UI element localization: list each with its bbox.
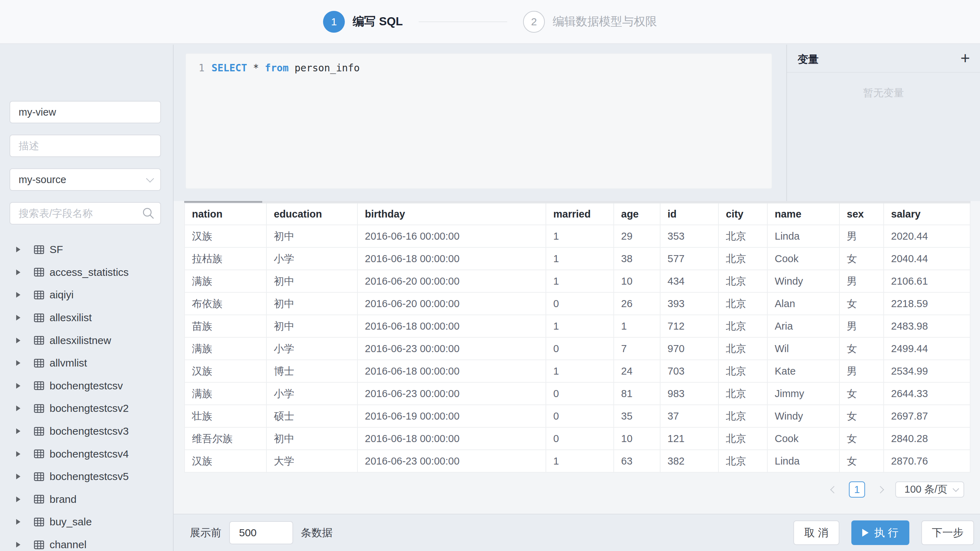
table-cell: 北京 <box>719 360 768 383</box>
table-grid-icon <box>34 267 44 277</box>
table-tree-item[interactable]: aiqiyi <box>0 284 173 306</box>
table-tree-item[interactable]: access_statistics <box>0 261 173 284</box>
caret-right-icon[interactable] <box>16 338 21 343</box>
table-cell: 35 <box>614 405 660 428</box>
table-cell: 小学 <box>267 338 358 360</box>
caret-right-icon[interactable] <box>16 451 21 457</box>
caret-right-icon[interactable] <box>16 247 21 252</box>
view-name-input[interactable] <box>10 101 161 123</box>
table-tree-item[interactable]: bochengtestcsv3 <box>0 420 173 443</box>
sql-editor-line: 1 SELECT * from person_info <box>199 62 360 74</box>
table-cell: 0 <box>546 405 614 428</box>
table-cell: 121 <box>660 428 719 450</box>
table-tree-item[interactable]: allvmlist <box>0 352 173 375</box>
step-2-indicator[interactable]: 2 <box>523 11 545 33</box>
step-1-indicator[interactable]: 1 <box>323 11 345 33</box>
caret-right-icon[interactable] <box>16 292 21 298</box>
current-page-button[interactable]: 1 <box>849 481 865 498</box>
table-tree-item[interactable]: bochengtestcsv4 <box>0 442 173 465</box>
datasource-select[interactable]: my-source <box>10 168 161 191</box>
table-cell: 37 <box>660 405 719 428</box>
play-icon <box>862 529 869 537</box>
caret-right-icon[interactable] <box>16 315 21 321</box>
sql-editor[interactable]: 1 SELECT * from person_info <box>186 53 772 189</box>
step-1-label: 编写 SQL <box>353 14 403 30</box>
table-cell: 434 <box>660 270 719 293</box>
column-header: name <box>768 203 840 225</box>
table-tree-item[interactable]: brand <box>0 488 173 511</box>
chevron-down-icon <box>146 175 154 183</box>
table-cell: 北京 <box>719 270 768 293</box>
plus-icon[interactable] <box>957 49 974 67</box>
table-row: 布依族初中2016-06-20 00:00:00026393北京Alan女221… <box>185 293 970 315</box>
table-name: buy_sale <box>49 516 92 528</box>
table-row: 满族小学2016-06-23 00:00:00081983北京Jimmy女264… <box>185 383 970 405</box>
chevron-right-icon <box>876 486 884 493</box>
caret-right-icon[interactable] <box>16 497 21 502</box>
table-cell: Cook <box>768 248 840 270</box>
table-grid-icon <box>34 381 44 391</box>
table-cell: 2644.33 <box>884 383 970 405</box>
column-header: id <box>660 203 719 225</box>
table-cell: 北京 <box>719 293 768 315</box>
table-tree-item[interactable]: buy_sale <box>0 511 173 534</box>
table-cell: 2697.87 <box>884 405 970 428</box>
column-header: married <box>546 203 614 225</box>
table-tree-item[interactable]: channel <box>0 534 173 551</box>
prev-page-button[interactable] <box>826 481 842 498</box>
caret-right-icon[interactable] <box>16 360 21 366</box>
caret-right-icon[interactable] <box>16 383 21 389</box>
table-cell: Jimmy <box>768 383 840 405</box>
caret-right-icon[interactable] <box>16 519 21 525</box>
row-limit-input[interactable] <box>229 521 293 544</box>
table-tree-item[interactable]: bochengtestcsv <box>0 375 173 397</box>
table-cell: 2483.98 <box>884 315 970 338</box>
table-cell: 353 <box>660 225 719 248</box>
table-grid-icon <box>34 313 44 322</box>
table-cell: 10 <box>614 428 660 450</box>
table-cell: 26 <box>614 293 660 315</box>
table-tree-item[interactable]: allesxilistnew <box>0 329 173 352</box>
caret-right-icon[interactable] <box>16 405 21 411</box>
caret-right-icon[interactable] <box>16 428 21 434</box>
column-header: city <box>719 203 768 225</box>
table-row: 满族初中2016-06-20 00:00:00110434北京Windy男210… <box>185 270 970 293</box>
caret-right-icon[interactable] <box>16 474 21 479</box>
table-cell: 女 <box>840 383 884 405</box>
description-input[interactable] <box>10 135 161 157</box>
table-row: 苗族初中2016-06-18 00:00:0011712北京Aria男2483.… <box>185 315 970 338</box>
table-tree-item[interactable]: SF <box>0 238 173 261</box>
table-cell: 初中 <box>267 225 358 248</box>
table-cell: 汉族 <box>185 225 267 248</box>
next-step-button[interactable]: 下一步 <box>921 521 974 545</box>
caret-right-icon[interactable] <box>16 542 21 548</box>
table-cell: 满族 <box>185 383 267 405</box>
table-tree-item[interactable]: bochengtestcsv5 <box>0 465 173 488</box>
table-tree-item[interactable]: allesxilist <box>0 306 173 329</box>
table-cell: 2016-06-23 00:00:00 <box>358 383 546 405</box>
table-cell: Kate <box>768 360 840 383</box>
cancel-button[interactable]: 取 消 <box>793 521 839 545</box>
execute-button[interactable]: 执 行 <box>851 521 909 545</box>
table-cell: 2016-06-18 00:00:00 <box>358 360 546 383</box>
table-cell: 小学 <box>267 383 358 405</box>
table-cell: 1 <box>546 315 614 338</box>
next-page-button[interactable] <box>872 481 888 498</box>
sql-text: person_info <box>289 62 360 74</box>
table-cell: 2016-06-18 00:00:00 <box>358 248 546 270</box>
table-name: bochengtestcsv2 <box>49 402 129 414</box>
table-tree-item[interactable]: bochengtestcsv2 <box>0 397 173 420</box>
table-cell: 维吾尔族 <box>185 428 267 450</box>
table-name: brand <box>49 493 76 505</box>
page-size-select[interactable]: 100 条/页 <box>895 481 964 498</box>
table-cell: 女 <box>840 248 884 270</box>
table-search <box>10 202 161 225</box>
caret-right-icon[interactable] <box>16 270 21 275</box>
table-cell: 0 <box>546 383 614 405</box>
chevron-left-icon <box>830 486 837 493</box>
table-cell: 女 <box>840 405 884 428</box>
table-search-input[interactable] <box>10 202 161 225</box>
table-cell: 2016-06-18 00:00:00 <box>358 315 546 338</box>
table-grid-icon <box>34 245 44 254</box>
table-cell: Wil <box>768 338 840 360</box>
